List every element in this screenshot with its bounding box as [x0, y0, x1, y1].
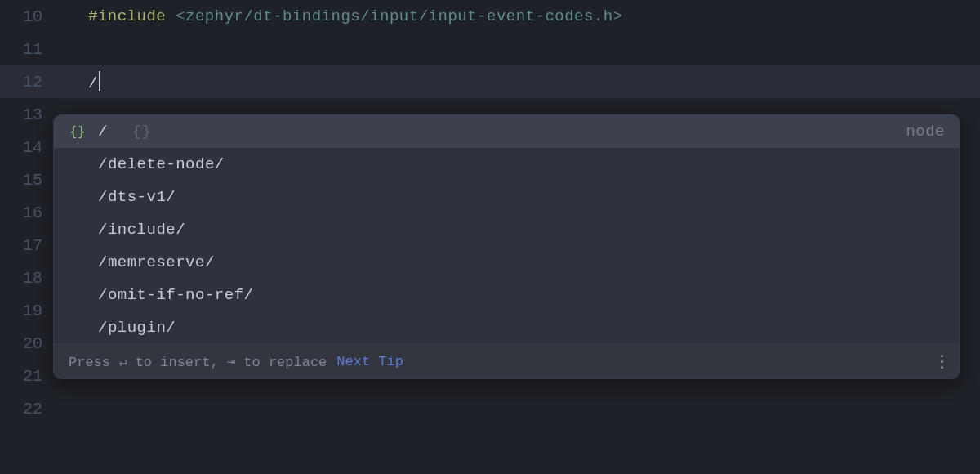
code-line[interactable]: 12/ [0, 65, 980, 98]
code-line[interactable]: 22 [0, 392, 980, 425]
autocomplete-item[interactable]: /dts-v1/ [54, 181, 960, 213]
code-content[interactable]: #include <zephyr/dt-bindings/input/input… [65, 7, 980, 25]
autocomplete-item-kind: node [906, 123, 945, 141]
autocomplete-item-label: /include/ [98, 221, 185, 239]
autocomplete-item[interactable]: /delete-node/ [54, 148, 960, 181]
autocomplete-item-label: /delete-node/ [98, 155, 225, 173]
autocomplete-item-label: / [98, 123, 108, 141]
code-line[interactable]: 11 [0, 33, 980, 65]
autocomplete-item[interactable]: /omit-if-no-ref/ [54, 279, 960, 311]
next-tip-link[interactable]: Next Tip [336, 354, 403, 369]
autocomplete-item[interactable]: {}/ {}node [54, 115, 960, 148]
more-options-icon[interactable] [936, 351, 948, 372]
code-line[interactable]: 10#include <zephyr/dt-bindings/input/inp… [0, 0, 980, 33]
autocomplete-footer: Press ↵ to insert, ⇥ to replace Next Tip [54, 344, 960, 378]
line-number: 22 [0, 400, 65, 418]
autocomplete-item[interactable]: /plugin/ [54, 311, 960, 344]
line-number: 10 [0, 7, 65, 26]
line-number: 12 [0, 73, 65, 92]
autocomplete-item-label: /memreserve/ [98, 253, 215, 271]
code-content[interactable] [65, 400, 980, 418]
autocomplete-item[interactable]: /memreserve/ [54, 246, 960, 279]
autocomplete-item-label: /dts-v1/ [98, 188, 176, 206]
autocomplete-item[interactable]: /include/ [54, 213, 960, 246]
autocomplete-item-label: /omit-if-no-ref/ [98, 286, 253, 304]
code-content[interactable] [65, 40, 980, 58]
line-number: 11 [0, 40, 65, 59]
code-content[interactable]: / [65, 71, 980, 92]
autocomplete-popup: {}/ {}node/delete-node//dts-v1//include/… [53, 114, 960, 379]
autocomplete-hint: Press ↵ to insert, ⇥ to replace [69, 353, 327, 370]
svg-text:{}: {} [69, 123, 86, 139]
braces-icon: {} [69, 123, 87, 141]
autocomplete-item-hint: {} [113, 123, 152, 141]
text-cursor [99, 71, 100, 91]
autocomplete-item-label: /plugin/ [98, 319, 176, 337]
